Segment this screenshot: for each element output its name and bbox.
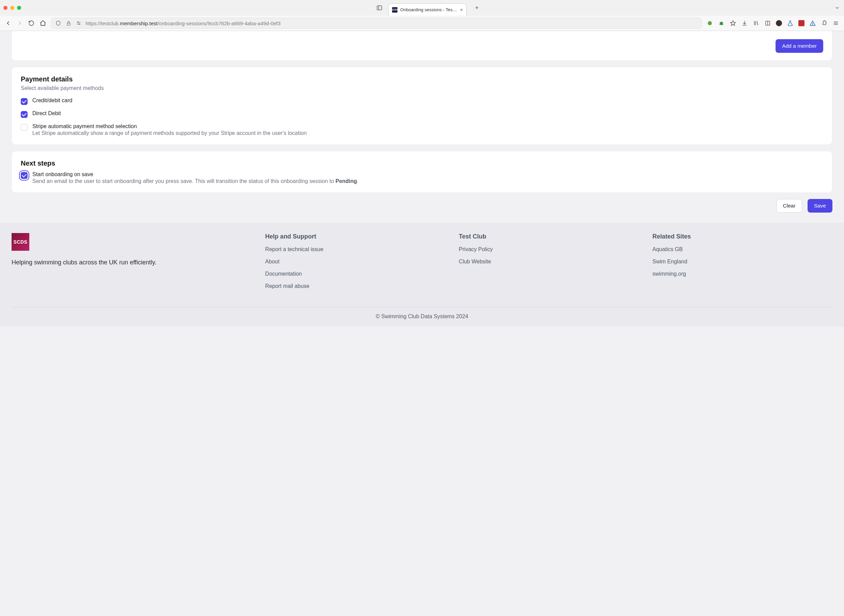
- shield-icon[interactable]: [55, 20, 62, 26]
- footer-link[interactable]: Club Website: [459, 259, 639, 265]
- tab-favicon: SCDS: [392, 7, 397, 13]
- page: Add a member Payment details Select avai…: [0, 31, 844, 326]
- add-member-button[interactable]: Add a member: [775, 39, 823, 53]
- reader-icon[interactable]: [764, 20, 771, 26]
- flask-icon[interactable]: [787, 20, 794, 26]
- extensions-icon[interactable]: [821, 20, 828, 26]
- footer-heading: Test Club: [459, 233, 639, 240]
- footer-col-help: Help and Support Report a technical issu…: [265, 233, 445, 295]
- next-steps-option-row: Start onboarding on save Send an email t…: [21, 172, 823, 184]
- lock-icon[interactable]: [65, 20, 72, 26]
- footer-link[interactable]: Aquatics GB: [653, 246, 832, 252]
- footer-link[interactable]: About: [265, 259, 445, 265]
- browser-tab[interactable]: SCDS Onboarding sessions - Test Clu ×: [388, 3, 467, 16]
- footer-link[interactable]: Report a technical issue: [265, 246, 445, 252]
- next-steps-option-description: Send an email to the user to start onboa…: [32, 178, 359, 184]
- footer-col-related: Related Sites Aquatics GB Swim England s…: [653, 233, 832, 295]
- svg-rect-0: [377, 6, 382, 10]
- clear-button[interactable]: Clear: [777, 199, 802, 213]
- bug-icon[interactable]: [718, 20, 725, 26]
- payment-option-label: Stripe automatic payment method selectio…: [32, 123, 306, 129]
- downloads-icon[interactable]: [741, 20, 748, 26]
- window-zoom-icon[interactable]: [17, 6, 21, 10]
- payment-option-row: Credit/debit card: [21, 97, 823, 105]
- url-text: https://testclub.membership.test/onboard…: [85, 21, 698, 26]
- form-actions: Clear Save: [12, 193, 832, 223]
- next-steps-option-label: Start onboarding on save: [32, 172, 359, 177]
- payment-details-subheading: Select available payment methods: [21, 85, 823, 91]
- svg-line-12: [722, 24, 724, 25]
- footer-link[interactable]: Privacy Policy: [459, 246, 639, 252]
- svg-point-5: [78, 22, 79, 23]
- payment-option-row: Direct Debit: [21, 110, 823, 118]
- footer-copyright: © Swimming Club Data Systems 2024: [12, 314, 832, 320]
- window-close-icon[interactable]: [3, 6, 7, 10]
- checkbox-direct-debit[interactable]: [21, 111, 28, 118]
- footer-link[interactable]: Documentation: [265, 271, 445, 277]
- payment-details-card: Payment details Select available payment…: [12, 67, 832, 145]
- footer-link[interactable]: Report mail abuse: [265, 283, 445, 289]
- footer-link[interactable]: Swim England: [653, 259, 832, 265]
- checkbox-start-onboarding[interactable]: [21, 172, 28, 179]
- footer-brand: SCDS Helping swimming clubs across the U…: [12, 233, 252, 295]
- checkbox-stripe-auto[interactable]: [21, 124, 28, 131]
- footer-heading: Help and Support: [265, 233, 445, 240]
- footer-tagline: Helping swimming clubs across the UK run…: [12, 259, 252, 266]
- reload-icon[interactable]: [28, 20, 35, 26]
- footer-link[interactable]: swimming.org: [653, 271, 832, 277]
- forward-icon: [16, 20, 23, 26]
- payment-option-label: Credit/debit card: [32, 97, 72, 104]
- svg-line-17: [757, 21, 758, 25]
- next-steps-card: Next steps Start onboarding on save Send…: [12, 151, 832, 193]
- footer-heading: Related Sites: [653, 233, 832, 240]
- back-icon[interactable]: [5, 20, 12, 26]
- triangle-extension-icon[interactable]: [809, 20, 816, 26]
- library-icon[interactable]: [753, 20, 759, 26]
- browser-chrome: SCDS Onboarding sessions - Test Clu × +: [0, 0, 844, 31]
- red-extension-icon[interactable]: [799, 20, 804, 26]
- tab-close-icon[interactable]: ×: [460, 7, 463, 13]
- payment-option-label: Direct Debit: [32, 110, 61, 116]
- footer-logo: SCDS: [12, 233, 29, 251]
- tab-title: Onboarding sessions - Test Clu: [400, 7, 457, 12]
- payment-details-heading: Payment details: [21, 75, 823, 83]
- payment-option-description: Let Stripe automatically show a range of…: [32, 130, 306, 136]
- svg-rect-2: [67, 23, 70, 25]
- footer-col-club: Test Club Privacy Policy Club Website: [459, 233, 639, 295]
- checkbox-credit-debit[interactable]: [21, 98, 28, 105]
- svg-point-6: [79, 23, 80, 25]
- svg-point-21: [812, 24, 813, 25]
- home-icon[interactable]: [40, 20, 46, 26]
- footer-divider: [12, 307, 832, 307]
- menu-icon[interactable]: [832, 20, 839, 26]
- window-minimize-icon[interactable]: [10, 6, 14, 10]
- extension-green-icon[interactable]: [706, 20, 713, 26]
- window-controls[interactable]: [3, 6, 21, 10]
- new-tab-button[interactable]: +: [472, 3, 482, 13]
- address-bar[interactable]: https://testclub.membership.test/onboard…: [51, 18, 702, 29]
- toolbar-icons: [706, 20, 839, 26]
- nav-row: https://testclub.membership.test/onboard…: [0, 16, 844, 31]
- tab-strip: SCDS Onboarding sessions - Test Clu × +: [0, 0, 844, 16]
- bookmark-star-icon[interactable]: [730, 20, 736, 26]
- svg-marker-13: [731, 21, 736, 26]
- payment-option-row: Stripe automatic payment method selectio…: [21, 123, 823, 136]
- save-button[interactable]: Save: [807, 199, 832, 213]
- svg-point-7: [708, 21, 712, 25]
- sidebar-toggle-icon[interactable]: [376, 4, 383, 11]
- page-footer: SCDS Helping swimming clubs across the U…: [0, 223, 844, 326]
- members-card-partial: Add a member: [12, 31, 832, 61]
- svg-point-8: [720, 22, 723, 26]
- next-steps-heading: Next steps: [21, 160, 823, 167]
- permissions-icon[interactable]: [75, 20, 82, 26]
- svg-line-11: [719, 24, 720, 25]
- account-avatar-icon[interactable]: [776, 20, 782, 26]
- tab-overflow-icon[interactable]: [834, 4, 841, 11]
